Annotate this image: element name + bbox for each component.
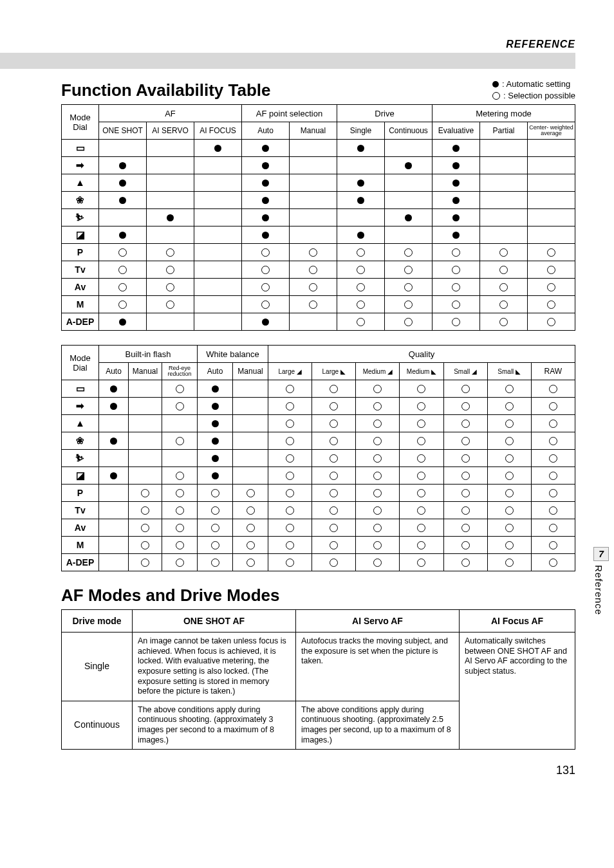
col-ln: Large ◣ xyxy=(312,363,356,380)
value-cell xyxy=(162,485,198,502)
value-cell xyxy=(480,157,528,174)
value-cell xyxy=(242,313,290,331)
mode-cell: P xyxy=(62,244,99,261)
value-cell xyxy=(487,485,531,502)
value-cell xyxy=(162,537,198,554)
group-af: AF xyxy=(99,105,242,122)
value-cell xyxy=(443,537,487,554)
value-cell xyxy=(268,485,312,502)
table-row: A-DEP xyxy=(62,313,575,331)
value-cell xyxy=(194,209,242,226)
value-cell xyxy=(400,450,443,467)
value-cell xyxy=(433,226,480,244)
legend-sel: : Selection possible xyxy=(503,90,575,102)
value-cell xyxy=(99,296,147,313)
value-cell xyxy=(194,192,242,209)
value-cell xyxy=(147,157,194,174)
value-cell xyxy=(433,279,480,296)
value-cell xyxy=(162,467,198,485)
value-cell xyxy=(99,157,147,174)
value-cell xyxy=(242,209,290,226)
value-cell xyxy=(433,209,480,226)
value-cell xyxy=(194,174,242,192)
section-header: REFERENCE xyxy=(61,39,575,50)
value-cell xyxy=(337,174,385,192)
value-cell xyxy=(312,537,356,554)
value-cell xyxy=(198,485,233,502)
value-cell xyxy=(487,537,531,554)
value-cell xyxy=(99,244,147,261)
value-cell xyxy=(194,313,242,331)
function-table-2: ModeDial Built-in flash White balance Qu… xyxy=(61,345,575,571)
col-mf: Medium ◢ xyxy=(356,363,400,380)
mode-cell: Tv xyxy=(62,502,99,519)
value-cell xyxy=(233,485,268,502)
value-cell xyxy=(356,398,400,415)
value-cell xyxy=(443,502,487,519)
mode-cell: Av xyxy=(62,279,99,296)
value-cell xyxy=(531,380,575,398)
value-cell xyxy=(99,485,129,502)
mode-cell: ▭ xyxy=(62,140,99,157)
value-cell xyxy=(531,450,575,467)
value-cell xyxy=(233,502,268,519)
value-cell xyxy=(268,415,312,432)
value-cell xyxy=(129,415,162,432)
value-cell xyxy=(242,192,290,209)
circle-icon xyxy=(492,92,500,100)
mode-cell: ◪ xyxy=(62,226,99,244)
table-row: M xyxy=(62,537,575,554)
value-cell xyxy=(290,174,337,192)
mode-dial-header-2: ModeDial xyxy=(62,346,99,380)
value-cell xyxy=(400,467,443,485)
table-row: ▲ xyxy=(62,174,575,192)
value-cell xyxy=(337,226,385,244)
value-cell xyxy=(400,432,443,450)
value-cell xyxy=(129,450,162,467)
value-cell xyxy=(233,537,268,554)
value-cell xyxy=(129,432,162,450)
value-cell xyxy=(337,313,385,331)
value-cell xyxy=(337,244,385,261)
value-cell xyxy=(312,415,356,432)
value-cell xyxy=(233,467,268,485)
legend: : Automatic setting : Selection possible xyxy=(492,78,575,102)
value-cell xyxy=(487,554,531,571)
value-cell xyxy=(147,192,194,209)
value-cell xyxy=(162,415,198,432)
value-cell xyxy=(268,519,312,537)
value-cell xyxy=(480,192,528,209)
page-title-2: AF Modes and Drive Modes xyxy=(61,586,575,605)
value-cell xyxy=(147,261,194,279)
value-cell xyxy=(385,244,433,261)
table-row: M xyxy=(62,296,575,313)
cell-cont-servo: The above conditions apply during contin… xyxy=(296,701,460,750)
value-cell xyxy=(194,279,242,296)
value-cell xyxy=(487,432,531,450)
value-cell xyxy=(147,140,194,157)
col-evaluative: Evaluative xyxy=(433,122,480,140)
value-cell xyxy=(268,380,312,398)
value-cell xyxy=(242,140,290,157)
value-cell xyxy=(433,296,480,313)
mode-cell: M xyxy=(62,537,99,554)
value-cell xyxy=(268,450,312,467)
mode-cell: Tv xyxy=(62,261,99,279)
value-cell xyxy=(443,450,487,467)
value-cell xyxy=(233,554,268,571)
mode-cell: ➡ xyxy=(62,157,99,174)
value-cell xyxy=(337,261,385,279)
value-cell xyxy=(356,415,400,432)
value-cell xyxy=(487,398,531,415)
value-cell xyxy=(528,296,575,313)
value-cell xyxy=(290,226,337,244)
value-cell xyxy=(268,432,312,450)
col-oneshot-af: ONE SHOT AF xyxy=(133,610,296,633)
value-cell xyxy=(480,174,528,192)
value-cell xyxy=(242,261,290,279)
value-cell xyxy=(242,279,290,296)
value-cell xyxy=(531,537,575,554)
value-cell xyxy=(337,140,385,157)
value-cell xyxy=(312,380,356,398)
value-cell xyxy=(531,467,575,485)
